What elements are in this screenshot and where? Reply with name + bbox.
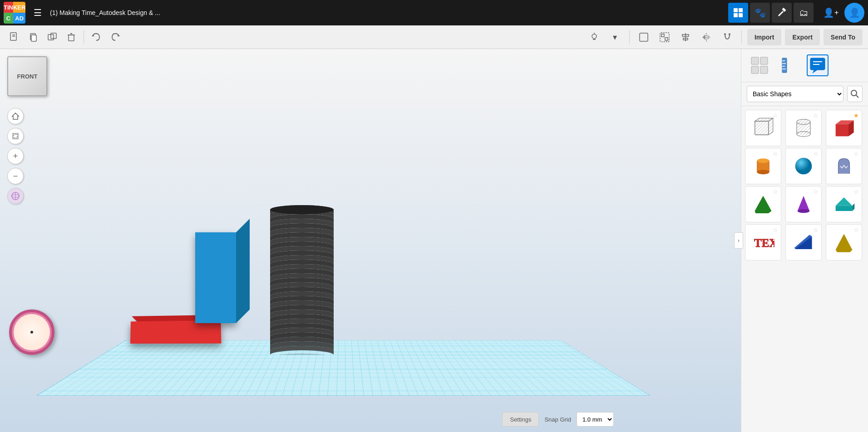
view-cube[interactable]: FRONT (7, 56, 48, 97)
orientation-button[interactable] (7, 188, 24, 204)
snap-grid-select[interactable]: 1.0 mm 0.1 mm 0.5 mm 2.0 mm 5.0 mm (577, 412, 614, 427)
svg-rect-13 (69, 35, 74, 41)
svg-rect-10 (31, 35, 36, 41)
svg-point-79 (798, 209, 810, 213)
shapes-grid: ☆ ☆ (741, 106, 868, 432)
align-button[interactable] (677, 29, 694, 46)
shapes-search-button[interactable] (847, 86, 863, 102)
viewport[interactable]: FRONT + − (0, 49, 741, 432)
favorite-star[interactable]: ☆ (773, 112, 778, 119)
undo-button[interactable] (88, 29, 105, 46)
delete-button[interactable] (63, 29, 80, 46)
mirror-button[interactable] (698, 29, 715, 46)
svg-rect-57 (755, 121, 769, 135)
svg-rect-44 (760, 66, 768, 74)
shapes-category-dropdown[interactable]: Basic Shapes Connectors Text & Numbers G… (747, 86, 843, 102)
app-logo[interactable]: TIN KER C AD (4, 2, 25, 24)
send-to-button[interactable]: Send To (824, 29, 863, 45)
add-user-button[interactable]: 👤+ (821, 3, 841, 23)
svg-rect-2 (734, 13, 738, 17)
favorite-star[interactable]: ☆ (773, 150, 778, 157)
zoom-in-button[interactable]: + (7, 148, 24, 164)
duplicate-button[interactable] (44, 29, 61, 46)
shape-item-box-solid[interactable]: ★ (826, 110, 862, 146)
shape-item-box-hole[interactable]: ☆ (745, 110, 781, 146)
group-icon (660, 32, 670, 42)
logo-t: TIN (4, 2, 13, 13)
svg-marker-78 (798, 196, 810, 211)
cylinder-hole-shape (792, 117, 815, 139)
grid-view-button[interactable] (728, 3, 748, 23)
favorite-star[interactable]: ☆ (813, 112, 819, 119)
svg-marker-82 (852, 203, 854, 211)
shape-item-pyramid[interactable]: ☆ (745, 186, 781, 222)
svg-point-39 (270, 205, 334, 214)
toolbar: ▾ (0, 25, 868, 49)
svg-rect-23 (661, 34, 664, 37)
shapes-tab[interactable] (749, 54, 770, 76)
shape-item-cylinder[interactable]: ☆ (745, 148, 781, 184)
shape-item-pyramid-yellow[interactable]: ☆ (826, 224, 862, 260)
svg-marker-77 (755, 196, 772, 213)
notes-tab[interactable] (807, 54, 829, 76)
collapse-panel-button[interactable]: › (734, 232, 743, 249)
home-icon (11, 112, 20, 120)
zoom-out-button[interactable]: − (7, 168, 24, 184)
grid-icon (733, 8, 743, 18)
copy-icon (28, 32, 38, 42)
svg-point-75 (795, 158, 812, 175)
favorite-star-filled[interactable]: ★ (853, 112, 859, 119)
shape-item-text[interactable]: ☆ TEXT (745, 224, 781, 260)
snap-button[interactable] (719, 29, 736, 46)
shape-item-wedge[interactable]: ☆ (785, 224, 822, 260)
gallery-button[interactable]: 🗂 (794, 3, 814, 23)
favorite-star[interactable]: ☆ (813, 226, 819, 233)
new-document-button[interactable] (5, 29, 23, 46)
svg-rect-3 (739, 13, 743, 17)
shape-item-cylinder-hole[interactable]: ☆ (785, 110, 822, 146)
copy-button[interactable] (25, 29, 42, 46)
roof-shape (833, 193, 855, 216)
svg-line-4 (779, 11, 783, 16)
favorite-star[interactable]: ☆ (813, 150, 819, 157)
favorite-star[interactable]: ☆ (813, 188, 819, 195)
ruler-tab[interactable] (778, 54, 799, 76)
favorite-star[interactable]: ☆ (773, 188, 778, 195)
import-button[interactable]: Import (747, 29, 782, 45)
dropdown-button[interactable]: ▾ (607, 29, 624, 46)
hamburger-menu[interactable]: ☰ (29, 4, 46, 21)
nav-icons: 🐾 🗂 (728, 3, 814, 23)
text-shape: TEXT (752, 231, 774, 254)
svg-rect-35 (14, 134, 17, 138)
grid-plane (36, 340, 650, 396)
favorite-star[interactable]: ☆ (773, 226, 778, 233)
shape-item-character[interactable]: ☆ (826, 148, 862, 184)
shape-item-cone[interactable]: ☆ (785, 186, 822, 222)
favorite-star[interactable]: ☆ (853, 150, 859, 157)
settings-button[interactable]: Settings (502, 412, 539, 427)
favorite-star[interactable]: ☆ (853, 188, 859, 195)
group-tool-button[interactable] (656, 29, 673, 46)
tools-button[interactable] (772, 3, 792, 23)
shape-item-sphere[interactable]: ☆ (785, 148, 822, 184)
new-document-icon (9, 32, 19, 42)
shape-tool-button[interactable] (635, 29, 652, 46)
minus-icon: − (13, 172, 18, 181)
svg-rect-42 (760, 57, 768, 64)
logo-n: C (4, 13, 13, 24)
favorite-star[interactable]: ☆ (853, 226, 859, 233)
sphere-shape (792, 155, 815, 177)
cube-face-front: FRONT (7, 56, 47, 96)
blue-box-object (195, 232, 236, 323)
fit-all-button[interactable] (7, 128, 24, 144)
home-view-button[interactable] (7, 108, 24, 124)
dark-fan-object (263, 182, 336, 346)
grid-shapes-icon (750, 56, 769, 74)
shape-item-roof[interactable]: ☆ (826, 186, 862, 222)
paw-button[interactable]: 🐾 (750, 3, 770, 23)
user-avatar[interactable]: 👤 (844, 3, 864, 23)
notes-button[interactable] (586, 29, 603, 46)
fit-icon (11, 132, 20, 140)
redo-button[interactable] (107, 29, 124, 46)
export-button[interactable]: Export (785, 29, 819, 45)
